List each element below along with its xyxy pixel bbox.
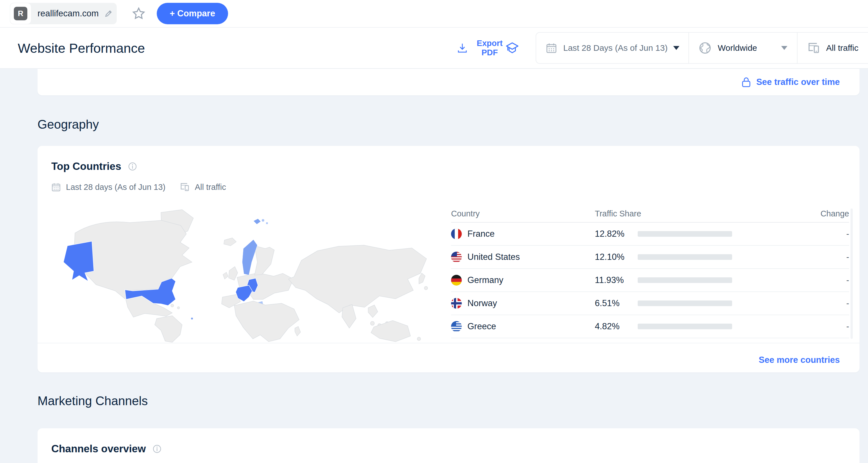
country-name: United States bbox=[467, 252, 520, 262]
top-countries-title: Top Countries bbox=[51, 161, 121, 172]
page-header: Website Performance Export PDF Last 28 D… bbox=[0, 28, 868, 68]
export-pdf-label: Export PDF bbox=[472, 39, 507, 58]
academy-icon[interactable] bbox=[505, 40, 520, 56]
table-row[interactable]: France 12.82% - bbox=[451, 223, 849, 246]
favorite-star-icon[interactable] bbox=[132, 7, 146, 20]
traffic-share-value: 12.10% bbox=[595, 252, 638, 262]
traffic-share-bar bbox=[638, 254, 732, 260]
devices-icon bbox=[180, 182, 190, 192]
traffic-share-value: 4.82% bbox=[595, 321, 638, 331]
traffic-share-value: 12.82% bbox=[595, 229, 638, 239]
calendar-icon bbox=[546, 42, 557, 54]
traffic-share-value: 6.51% bbox=[595, 298, 638, 308]
top-countries-table: Country Traffic Share Change France 12.8… bbox=[451, 205, 849, 338]
top-bar: R reallifecam.com + Compare bbox=[0, 0, 868, 27]
domain-name: reallifecam.com bbox=[37, 8, 99, 19]
info-icon[interactable] bbox=[153, 444, 161, 454]
channels-overview-title: Channels overview bbox=[51, 443, 146, 455]
geo-selector[interactable]: Worldwide bbox=[688, 33, 797, 63]
download-icon bbox=[457, 42, 468, 54]
geography-heading: Geography bbox=[37, 117, 99, 132]
table-row[interactable]: Germany 11.93% - bbox=[451, 269, 849, 292]
change-value: - bbox=[812, 229, 849, 239]
channels-overview-card: Channels overview Last 28 days (As of Ju… bbox=[37, 428, 860, 463]
column-header-change: Change bbox=[812, 209, 849, 219]
info-icon[interactable] bbox=[128, 162, 137, 171]
country-flag bbox=[451, 275, 462, 286]
lock-icon bbox=[741, 77, 751, 88]
change-value: - bbox=[812, 298, 849, 308]
divider bbox=[37, 343, 860, 343]
country-flag bbox=[451, 252, 462, 262]
table-row[interactable]: United States 12.10% - bbox=[451, 246, 849, 269]
world-map bbox=[40, 206, 440, 343]
change-value: - bbox=[812, 322, 849, 331]
change-value: - bbox=[812, 276, 849, 285]
table-scrollbar[interactable] bbox=[850, 208, 853, 339]
traffic-share-bar bbox=[638, 231, 732, 237]
table-header-row: Country Traffic Share Change bbox=[451, 205, 849, 223]
traffic-card-footer: See traffic over time bbox=[37, 69, 860, 95]
see-traffic-over-time-link[interactable]: See traffic over time bbox=[741, 77, 840, 88]
traffic-type-selector[interactable]: All traffic bbox=[797, 33, 868, 63]
top-countries-card: Top Countries Last 28 days (As of Jun 13… bbox=[37, 146, 860, 372]
edit-domain-icon[interactable] bbox=[104, 9, 113, 18]
page-title: Website Performance bbox=[18, 40, 145, 56]
geo-value: Worldwide bbox=[718, 43, 757, 53]
change-value: - bbox=[812, 252, 849, 262]
site-favicon: R bbox=[14, 7, 27, 20]
country-name: Norway bbox=[467, 298, 497, 308]
compare-button[interactable]: + Compare bbox=[157, 3, 228, 24]
chevron-down-icon bbox=[781, 46, 787, 50]
devices-icon bbox=[807, 41, 820, 54]
chevron-down-icon bbox=[673, 46, 679, 50]
country-name: Germany bbox=[467, 275, 503, 285]
country-flag bbox=[451, 229, 462, 239]
see-more-countries-link[interactable]: See more countries bbox=[758, 355, 840, 365]
table-row[interactable]: Norway 6.51% - bbox=[451, 292, 849, 315]
export-pdf-button[interactable]: Export PDF bbox=[457, 39, 507, 58]
country-name: France bbox=[467, 229, 494, 239]
globe-icon bbox=[699, 41, 712, 54]
card-traffic-filter: All traffic bbox=[195, 182, 226, 192]
filter-bar: Last 28 Days (As of Jun 13) Worldwide Al… bbox=[536, 32, 868, 64]
country-flag bbox=[451, 298, 462, 309]
country-name: Greece bbox=[467, 321, 496, 331]
column-header-traffic-share: Traffic Share bbox=[595, 209, 812, 219]
traffic-share-bar bbox=[638, 277, 732, 283]
country-flag bbox=[451, 321, 462, 332]
traffic-share-value: 11.93% bbox=[595, 275, 638, 285]
card-date-filter: Last 28 days (As of Jun 13) bbox=[66, 182, 165, 192]
column-header-country: Country bbox=[451, 209, 595, 219]
date-range-value: Last 28 Days (As of Jun 13) bbox=[563, 43, 668, 53]
table-row[interactable]: Greece 4.82% - bbox=[451, 315, 849, 338]
date-range-selector[interactable]: Last 28 Days (As of Jun 13) bbox=[536, 33, 688, 63]
countries-table-body: France 12.82% - United States 12.10% - G… bbox=[451, 223, 849, 338]
calendar-icon bbox=[51, 182, 61, 192]
traffic-share-bar bbox=[638, 300, 732, 306]
traffic-share-bar bbox=[638, 324, 732, 329]
site-favicon-box: R bbox=[10, 3, 31, 24]
traffic-type-value: All traffic bbox=[826, 43, 859, 53]
marketing-channels-heading: Marketing Channels bbox=[37, 394, 148, 408]
domain-chip[interactable]: R reallifecam.com bbox=[10, 3, 117, 24]
